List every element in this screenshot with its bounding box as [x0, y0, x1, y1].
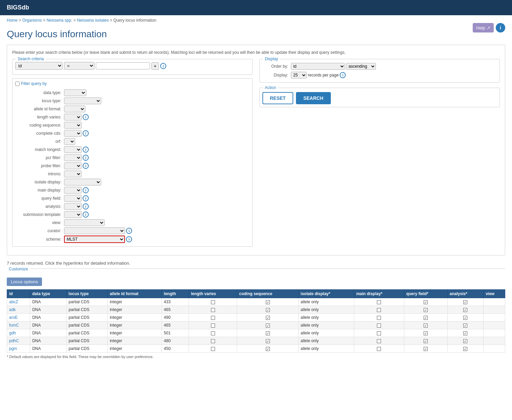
- external-link-icon: ↗: [487, 25, 490, 30]
- table-cell: partial CDS: [66, 337, 108, 345]
- filter-label-orf: orf:: [15, 137, 63, 146]
- checkbox-cell: [377, 347, 381, 351]
- checkbox-cell: [463, 308, 467, 312]
- filter-select-orf[interactable]: 1 2 3 4 5 6: [64, 138, 75, 145]
- filter-label-lengthvaries: length varies:: [15, 113, 63, 121]
- filter-table: data type: DNA peptide locus type:: [15, 89, 250, 244]
- filter-select-introns[interactable]: true false: [64, 171, 82, 177]
- filter-select-scheme[interactable]: MLST: [64, 236, 125, 243]
- filter-select-matchlongest[interactable]: true false: [64, 146, 82, 153]
- filter-label-introns: introns:: [15, 170, 63, 178]
- col-header-datatype: data type: [30, 290, 66, 298]
- checkbox-cell: [424, 324, 428, 328]
- breadcrumb-neisseria-isolates[interactable]: Neisseria isolates: [77, 18, 109, 23]
- checkbox-cell: [463, 331, 467, 335]
- filter-select-codingsequence[interactable]: true false: [64, 122, 82, 129]
- results-table: id data type locus type allele id format…: [7, 289, 505, 353]
- breadcrumb-organisms[interactable]: Organisms: [22, 18, 42, 23]
- filter-row-submissiontemplate: submission template: true false i: [15, 211, 250, 219]
- results-header-row: id data type locus type allele id format…: [7, 290, 505, 298]
- add-search-row-button[interactable]: +: [151, 62, 159, 70]
- search-button[interactable]: SEARCH: [296, 92, 331, 104]
- filter-select-view[interactable]: [64, 219, 105, 226]
- breadcrumb-home[interactable]: Home: [7, 18, 18, 23]
- checkbox-cell: [377, 339, 381, 343]
- table-cell: partial CDS: [66, 298, 108, 306]
- table-cell: integer: [108, 314, 162, 322]
- filter-select-maindisplay[interactable]: true false: [64, 187, 82, 194]
- checkbox-cell: [211, 331, 215, 335]
- probefilter-info-icon: i: [83, 163, 89, 169]
- filter-select-curator[interactable]: [64, 227, 125, 234]
- table-row: pgmDNApartial CDSinteger450allele only: [7, 345, 505, 353]
- filter-label-view: view:: [15, 219, 63, 227]
- table-cell: [484, 298, 505, 306]
- action-legend: Action: [263, 85, 278, 90]
- table-cell: allele only: [298, 306, 354, 314]
- checkbox-cell: [266, 331, 270, 335]
- filter-select-queryfield[interactable]: true false: [64, 195, 82, 202]
- col-header-isolatedisplay: isolate display*: [298, 290, 354, 298]
- filter-label-codingsequence: coding sequence:: [15, 121, 63, 129]
- filter-select-completecds[interactable]: true false: [64, 130, 82, 137]
- table-cell: DNA: [30, 314, 66, 322]
- filter-label-maindisplay: main display:: [15, 186, 63, 194]
- filter-label-datatype: data type:: [15, 89, 63, 97]
- action-section: Action RESET SEARCH: [259, 88, 500, 107]
- filter-section: Filter query by data type: DNA peptide: [12, 78, 253, 247]
- filter-row-queryfield: query field: true false i: [15, 194, 250, 202]
- results-text: 7 records returned. Click the hyperlinks…: [7, 261, 505, 266]
- filter-row-codingsequence: coding sequence: true false: [15, 121, 250, 129]
- locus-options-button[interactable]: Locus options: [7, 278, 42, 286]
- display-row-orderby: Order by: id common name data type locus…: [262, 62, 497, 71]
- search-info-icon: i: [160, 63, 166, 69]
- filter-label-queryfield: query field:: [15, 194, 63, 202]
- reset-button[interactable]: RESET: [262, 92, 293, 104]
- results-section: 7 records returned. Click the hyperlinks…: [7, 261, 505, 359]
- filter-select-analysis[interactable]: true false: [64, 203, 82, 210]
- filter-label-curator: curator:: [15, 227, 63, 235]
- checkbox-cell: [463, 300, 467, 304]
- table-cell: allele only: [298, 322, 354, 329]
- filter-select-lengthvaries[interactable]: true false: [64, 114, 82, 120]
- locus-link[interactable]: aroE: [9, 315, 18, 320]
- queryfield-info-icon: i: [83, 195, 89, 201]
- locus-link[interactable]: abcZ: [9, 300, 18, 304]
- filter-select-probefilter[interactable]: true false: [64, 162, 82, 169]
- search-field-select[interactable]: id common name data type locus type: [15, 62, 63, 70]
- checkbox-cell: [377, 300, 381, 304]
- filter-checkbox[interactable]: [15, 82, 20, 86]
- filter-row-maindisplay: main display: true false i: [15, 186, 250, 194]
- checkbox-cell: [424, 308, 428, 312]
- filter-select-locustype[interactable]: partial CDS complete CDS partial protein…: [64, 97, 101, 104]
- filter-legend: Filter query by: [21, 81, 47, 86]
- col-header-id: id: [7, 290, 30, 298]
- search-operator-select[interactable]: = contains starts with ends with > < NOT: [64, 62, 94, 70]
- locus-link[interactable]: fumC: [9, 323, 19, 328]
- filter-select-isolatedisplay[interactable]: allele only sequence hide: [64, 179, 101, 185]
- locus-link[interactable]: pgm: [9, 346, 17, 351]
- filter-select-pcrfilter[interactable]: true false: [64, 154, 82, 161]
- locus-link[interactable]: adk: [9, 307, 16, 312]
- display-select-records[interactable]: 10 25 50 100 200: [291, 72, 307, 79]
- display-select-orderby[interactable]: id common name data type locus type: [291, 63, 345, 70]
- filter-select-alleleidformat[interactable]: integer text: [64, 106, 85, 112]
- table-cell: integer: [108, 329, 162, 337]
- table-cell: DNA: [30, 322, 66, 329]
- display-select-direction[interactable]: ascending descending: [346, 63, 376, 70]
- global-info-button[interactable]: i: [496, 23, 505, 32]
- footnote: * Default values are displayed for this …: [7, 355, 505, 359]
- checkbox-cell: [424, 347, 428, 351]
- table-row: fumCDNApartial CDSinteger465allele only: [7, 322, 505, 329]
- locus-link[interactable]: pdhC: [9, 338, 19, 343]
- app-title: BIGSdb: [7, 4, 29, 11]
- checkbox-cell: [463, 347, 467, 351]
- filter-select-datatype[interactable]: DNA peptide: [64, 89, 86, 96]
- help-button[interactable]: Help ↗: [473, 23, 494, 32]
- display-section: Display Order by: id common name data ty…: [259, 59, 500, 83]
- filter-row-orf: orf: 1 2 3 4 5 6: [15, 137, 250, 146]
- filter-select-submissiontemplate[interactable]: true false: [64, 211, 82, 218]
- breadcrumb-neisseria-spp[interactable]: Neisseria spp.: [46, 18, 72, 23]
- search-value-input[interactable]: [96, 62, 150, 69]
- locus-link[interactable]: gdh: [9, 331, 16, 335]
